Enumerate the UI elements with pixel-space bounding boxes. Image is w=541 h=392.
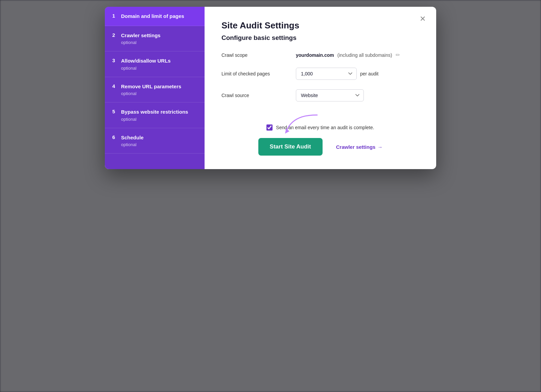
sidebar-item-subtitle-2: optional — [112, 40, 197, 45]
main-content: ✕ Site Audit Settings Configure basic se… — [205, 7, 436, 169]
sidebar-item-subtitle-4: optional — [112, 91, 197, 96]
sidebar-item-number-4: 4 — [112, 83, 118, 89]
sidebar-item-subtitle-3: optional — [112, 66, 197, 71]
domain-name: yourdomain.com — [296, 52, 334, 58]
close-button[interactable]: ✕ — [417, 13, 429, 25]
crawler-settings-link[interactable]: Crawler settings → — [336, 144, 383, 150]
actions-row: Start Site Audit Crawler settings → — [221, 138, 419, 156]
limit-select[interactable]: 1005001,0005,00010,00020,00050,000100,00… — [296, 68, 357, 80]
site-audit-modal: 1Domain and limit of pages2Crawler setti… — [105, 7, 436, 169]
limit-value-area: 1005001,0005,00010,00020,00050,000100,00… — [296, 68, 378, 80]
crawl-source-select[interactable]: WebsiteSitemapGoogle AnalyticsGoogle Sea… — [296, 89, 364, 101]
email-label: Send an email every time an audit is com… — [276, 125, 374, 130]
sidebar-item-title-5: Bypass website restrictions — [121, 109, 188, 115]
crawl-scope-label: Crawl scope — [221, 52, 289, 58]
per-audit-text: per audit — [360, 71, 378, 76]
sidebar-item-number-1: 1 — [112, 13, 118, 19]
email-row: Send an email every time an audit is com… — [221, 124, 419, 131]
sidebar-item-number-6: 6 — [112, 134, 118, 140]
sidebar-item-subtitle-6: optional — [112, 142, 197, 147]
crawl-source-label: Crawl source — [221, 93, 289, 98]
crawler-link-text: Crawler settings — [336, 144, 376, 150]
sidebar-item-title-4: Remove URL parameters — [121, 83, 181, 90]
crawler-link-arrow: → — [377, 144, 382, 150]
sidebar-item-number-3: 3 — [112, 57, 118, 63]
modal-title: Site Audit Settings — [221, 20, 419, 31]
sidebar-item-title-3: Allow/disallow URLs — [121, 57, 171, 64]
sidebar-item-3[interactable]: 3Allow/disallow URLsoptional — [105, 51, 205, 77]
email-checkbox[interactable] — [266, 124, 273, 131]
crawl-source-row: Crawl source WebsiteSitemapGoogle Analyt… — [221, 89, 419, 101]
sidebar-item-number-2: 2 — [112, 32, 118, 38]
sidebar-item-title-2: Crawler settings — [121, 32, 161, 39]
limit-label: Limit of checked pages — [221, 71, 289, 76]
sidebar-item-2[interactable]: 2Crawler settingsoptional — [105, 26, 205, 52]
sidebar-item-1[interactable]: 1Domain and limit of pages — [105, 7, 205, 26]
bottom-area: Send an email every time an audit is com… — [221, 111, 419, 156]
sidebar-item-5[interactable]: 5Bypass website restrictionsoptional — [105, 102, 205, 128]
sidebar-item-subtitle-5: optional — [112, 117, 197, 122]
section-title: Configure basic settings — [221, 34, 419, 42]
start-audit-label: Start Site Audit — [270, 143, 311, 150]
edit-domain-icon[interactable]: ✏ — [396, 52, 400, 58]
crawl-source-value-area: WebsiteSitemapGoogle AnalyticsGoogle Sea… — [296, 89, 364, 101]
sidebar-item-6[interactable]: 6Scheduleoptional — [105, 128, 205, 154]
sidebar-item-title-6: Schedule — [121, 134, 144, 141]
start-audit-button[interactable]: Start Site Audit — [258, 138, 323, 156]
sidebar: 1Domain and limit of pages2Crawler setti… — [105, 7, 205, 169]
sidebar-item-number-5: 5 — [112, 109, 118, 114]
limit-row: Limit of checked pages 1005001,0005,0001… — [221, 68, 419, 80]
sidebar-item-4[interactable]: 4Remove URL parametersoptional — [105, 77, 205, 103]
crawl-scope-row: Crawl scope yourdomain.com (including al… — [221, 52, 419, 58]
sidebar-item-title-1: Domain and limit of pages — [121, 13, 184, 20]
domain-suffix: (including all subdomains) — [337, 52, 392, 58]
crawl-scope-value: yourdomain.com (including all subdomains… — [296, 52, 400, 58]
